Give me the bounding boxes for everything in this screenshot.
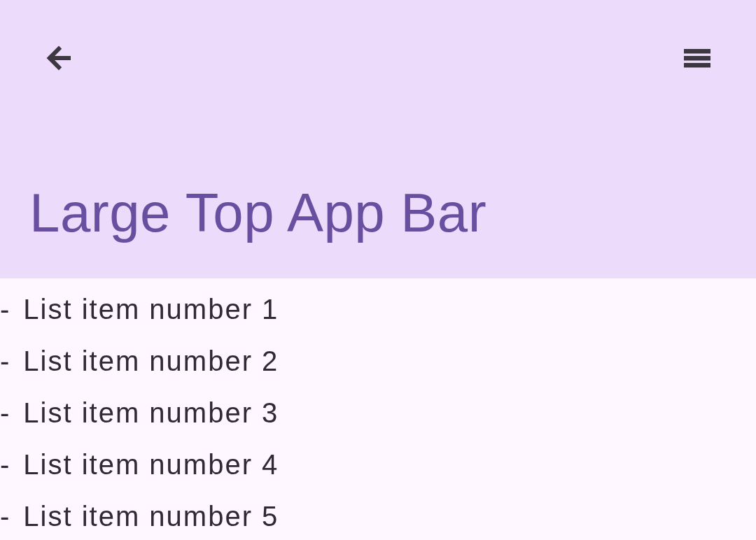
bullet: - [0, 501, 10, 532]
list-item-label: List item number 3 [23, 397, 279, 428]
list-item: -List item number 4 [0, 448, 756, 481]
arrow-back-icon [42, 41, 76, 77]
list-item: -List item number 2 [0, 344, 756, 378]
top-app-bar: Large Top App Bar [0, 0, 756, 278]
page-title: Large Top App Bar [29, 181, 486, 245]
menu-icon [680, 41, 714, 77]
bullet: - [0, 449, 10, 480]
list-item: -List item number 1 [0, 292, 756, 326]
bullet: - [0, 346, 10, 376]
list-item: -List item number 5 [0, 499, 756, 533]
bullet: - [0, 397, 10, 428]
back-button[interactable] [34, 34, 84, 84]
menu-button[interactable] [672, 34, 722, 84]
toolbar [0, 0, 756, 84]
list-item: -List item number 3 [0, 396, 756, 429]
list-item-label: List item number 2 [23, 346, 279, 376]
content-list: -List item number 1 -List item number 2 … [0, 278, 756, 533]
list-item-label: List item number 1 [23, 294, 279, 325]
list-item-label: List item number 5 [23, 501, 279, 532]
bullet: - [0, 294, 10, 325]
list-item-label: List item number 4 [23, 449, 279, 480]
